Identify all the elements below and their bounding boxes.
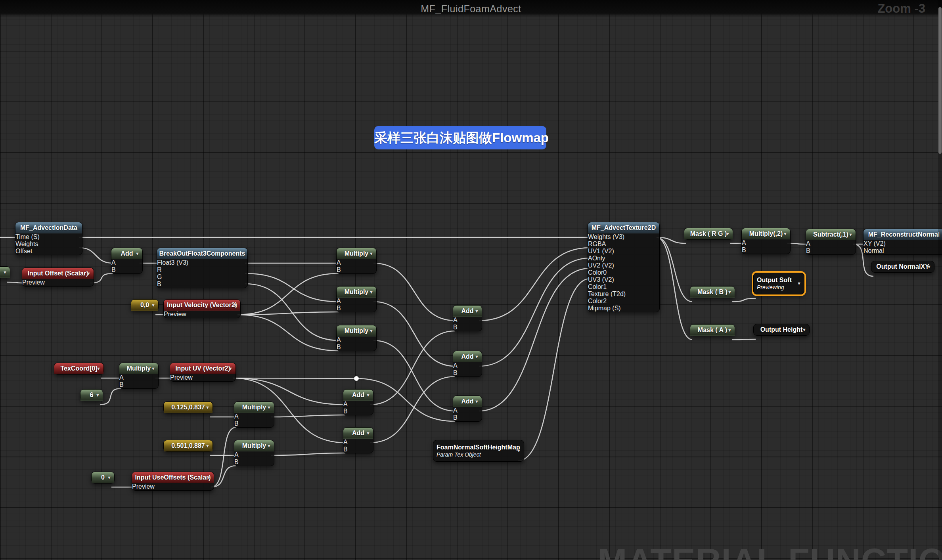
chevron-down-icon[interactable]: ▼ <box>151 366 155 371</box>
wire[interactable] <box>518 279 590 461</box>
node-output-normalxy-header[interactable]: Output NormalXY▼ <box>871 261 934 272</box>
node-multiply-3[interactable]: Multiply▼AB <box>336 325 377 351</box>
node-subtract-c1[interactable]: Subtract(,1)▼AB <box>806 229 856 255</box>
vertical-scrollbar-thumb[interactable] <box>938 7 942 154</box>
wire[interactable] <box>732 339 756 340</box>
node-foam-normal-soft-heightmap[interactable]: FoamNormalSoftHeightMapParam Tex Object▼ <box>433 440 524 462</box>
node-output-soft[interactable]: Output SoftPreviewing▼ <box>753 273 804 294</box>
node-add-m2[interactable]: Add▼AB <box>343 427 373 453</box>
node-multiply-c2-header[interactable]: Multiply(,2)▼ <box>742 228 790 239</box>
node-foam-normal-soft-heightmap-header[interactable]: FoamNormalSoftHeightMapParam Tex Object▼ <box>433 440 524 461</box>
chevron-down-icon[interactable]: ▼ <box>366 393 370 398</box>
node-multiply-3-header[interactable]: Multiply▼ <box>337 325 376 336</box>
wire[interactable] <box>479 268 590 411</box>
node-texcoord-0-header[interactable]: TexCoord[0]▼ <box>54 363 103 374</box>
chevron-down-icon[interactable]: ▼ <box>726 231 730 236</box>
chevron-down-icon[interactable]: ▼ <box>848 232 853 237</box>
wire[interactable] <box>373 302 455 366</box>
node-const-0501-0887[interactable]: 0.501,0.887▼ <box>163 440 213 452</box>
node-multiply-2[interactable]: Multiply▼AB <box>336 286 377 312</box>
chevron-down-icon[interactable]: ▼ <box>475 399 479 404</box>
node-texcoord-0[interactable]: TexCoord[0]▼ <box>54 363 104 375</box>
wire[interactable] <box>211 466 236 487</box>
node-input-uv-vector2-header[interactable]: Input UV (Vector2)▼ <box>170 363 236 374</box>
node-subtract-c1-header[interactable]: Subtract(,1)▼ <box>806 229 856 240</box>
wire[interactable] <box>211 427 236 487</box>
chevron-down-icon[interactable]: ▼ <box>107 475 111 480</box>
node-mask-a[interactable]: Mask ( A )▼ <box>690 324 735 336</box>
wire[interactable] <box>271 415 345 417</box>
wire[interactable] <box>233 378 356 378</box>
chevron-down-icon[interactable]: ▼ <box>135 251 140 256</box>
chevron-down-icon[interactable]: ▼ <box>797 281 801 286</box>
node-multiply-1-header[interactable]: Multiply▼ <box>337 248 376 259</box>
wire[interactable] <box>100 388 121 405</box>
chevron-down-icon[interactable]: ▼ <box>233 303 237 308</box>
chevron-down-icon[interactable]: ▼ <box>86 271 91 276</box>
node-add-m1-header[interactable]: Add▼ <box>343 390 373 401</box>
node-multiply-uv[interactable]: Multiply▼AB <box>119 363 159 389</box>
node-input-velocity-vector2-header[interactable]: Input Velocity (Vector2)▼ <box>164 300 240 311</box>
node-const-0-0[interactable]: 0,0▼ <box>131 299 159 311</box>
node-input-offset-scalar-header[interactable]: Input Offset (Scalar)▼ <box>22 268 94 279</box>
chevron-down-icon[interactable]: ▼ <box>517 448 521 453</box>
node-multiply-5[interactable]: Multiply▼AB <box>234 440 274 466</box>
node-mask-a-header[interactable]: Mask ( A )▼ <box>690 325 735 336</box>
node-output-height[interactable]: Output Height▼ <box>753 324 810 336</box>
node-multiply-5-header[interactable]: Multiply▼ <box>234 440 274 451</box>
node-const-0501-0887-header[interactable]: 0.501,0.887▼ <box>164 440 213 451</box>
chevron-down-icon[interactable]: ▼ <box>207 475 211 480</box>
node-mf-reconstruct-normal[interactable]: MF_ReconstructNormalXY (V2)Normal <box>863 229 942 255</box>
reroute-pin[interactable] <box>354 376 359 381</box>
chevron-down-icon[interactable]: ▼ <box>366 431 370 436</box>
node-output-soft-header[interactable]: Output SoftPreviewing▼ <box>754 273 804 294</box>
chevron-down-icon[interactable]: ▼ <box>927 264 931 269</box>
node-input-uv-vector2[interactable]: Input UV (Vector2)▼Preview <box>170 363 236 382</box>
node-const-0-header[interactable]: 0▼ <box>92 472 114 483</box>
node-add-m1[interactable]: Add▼AB <box>343 389 373 415</box>
node-add-r1-header[interactable]: Add▼ <box>453 306 482 317</box>
wire[interactable] <box>237 315 339 351</box>
node-edge-node-header[interactable]: ▼ <box>0 267 10 278</box>
chevron-down-icon[interactable]: ▼ <box>228 366 233 371</box>
chevron-down-icon[interactable]: ▼ <box>369 290 373 294</box>
node-input-useoffsets-scalar[interactable]: Input UseOffsets (Scalar)▼Preview <box>132 472 214 491</box>
wire[interactable] <box>370 377 455 443</box>
node-mask-rg-header[interactable]: Mask ( R G )▼ <box>684 228 733 239</box>
chevron-down-icon[interactable]: ▼ <box>96 393 100 398</box>
node-mf-reconstruct-normal-header[interactable]: MF_ReconstructNormal <box>864 229 942 240</box>
chevron-down-icon[interactable]: ▼ <box>96 366 101 371</box>
node-output-height-header[interactable]: Output Height▼ <box>754 324 809 335</box>
node-const-6[interactable]: 6▼ <box>80 389 103 401</box>
node-add-r1[interactable]: Add▼AB <box>453 305 482 331</box>
vertical-scrollbar[interactable] <box>938 0 942 560</box>
node-add-r2[interactable]: Add▼AB <box>453 351 482 377</box>
wire[interactable] <box>237 273 339 315</box>
wire[interactable] <box>79 248 113 263</box>
wire[interactable] <box>657 237 692 340</box>
chevron-down-icon[interactable]: ▼ <box>3 270 7 275</box>
node-mf-advect-texture2d[interactable]: MF_AdvectTexture2DWeights (V3)RGBAUV1 (V… <box>588 222 660 312</box>
wire[interactable] <box>233 378 345 405</box>
node-add-1-header[interactable]: Add▼ <box>111 248 142 259</box>
node-breakout-float3-components-header[interactable]: BreakOutFloat3Components <box>157 248 247 259</box>
chevron-down-icon[interactable]: ▼ <box>475 309 479 313</box>
chevron-down-icon[interactable]: ▼ <box>369 251 373 256</box>
chevron-down-icon[interactable]: ▼ <box>151 303 155 308</box>
node-output-normalxy[interactable]: Output NormalXY▼ <box>871 261 934 273</box>
node-mask-rg[interactable]: Mask ( R G )▼ <box>684 228 733 240</box>
node-const-0-0-header[interactable]: 0,0▼ <box>131 300 158 311</box>
node-add-r3[interactable]: Add▼AB <box>453 396 482 422</box>
node-const-0125-0837-header[interactable]: 0.125,0.837▼ <box>164 402 213 413</box>
wire[interactable] <box>657 237 692 302</box>
node-multiply-2-header[interactable]: Multiply▼ <box>337 287 376 298</box>
wire[interactable] <box>373 340 455 411</box>
node-multiply-4[interactable]: Multiply▼AB <box>234 401 274 428</box>
node-mf-advection-data-header[interactable]: MF_AdvectionData <box>15 222 82 233</box>
node-mask-b-header[interactable]: Mask ( B )▼ <box>690 287 735 298</box>
node-add-r3-header[interactable]: Add▼ <box>453 396 482 407</box>
chevron-down-icon[interactable]: ▼ <box>728 290 732 294</box>
node-multiply-4-header[interactable]: Multiply▼ <box>234 402 274 413</box>
comment-bubble[interactable]: 采样三张白沫贴图做Flowmap <box>374 126 546 149</box>
chevron-down-icon[interactable]: ▼ <box>475 354 479 359</box>
